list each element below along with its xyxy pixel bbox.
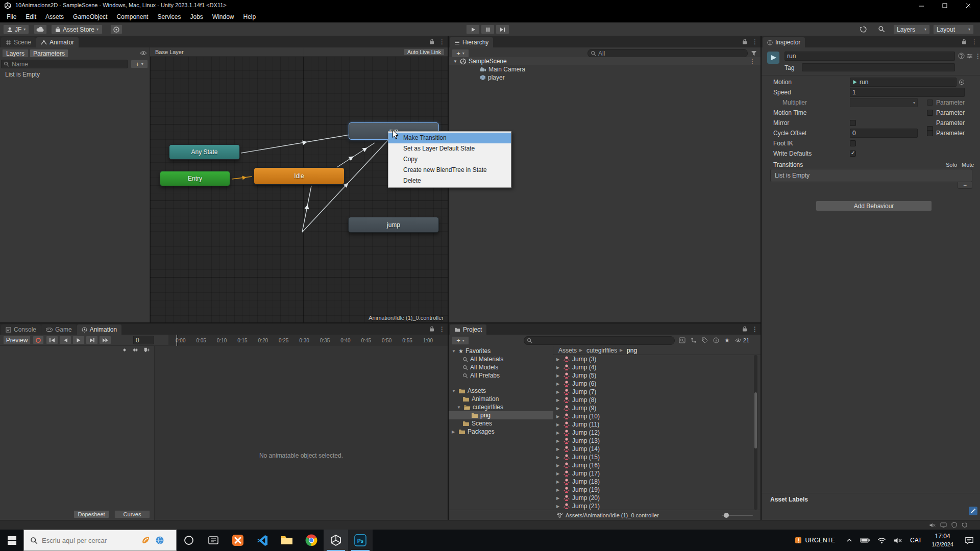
expander-icon[interactable]: ▶ <box>556 414 561 419</box>
tree-row-favorite-search[interactable]: All Models <box>449 363 553 371</box>
project-file-row[interactable]: ▶ Jump (18) <box>553 478 754 486</box>
tree-row-animation[interactable]: Animation <box>449 395 553 403</box>
multiplier-dropdown[interactable]: ▾ <box>850 98 918 107</box>
first-key-button[interactable] <box>46 336 58 344</box>
file-explorer-button[interactable] <box>275 530 299 551</box>
tree-row-png[interactable]: png <box>449 411 553 419</box>
project-search-input[interactable] <box>524 336 675 345</box>
context-menu-item[interactable]: Set as Layer Default State <box>388 143 511 154</box>
menu-item[interactable]: Window <box>208 13 239 20</box>
account-button[interactable]: JF▾ <box>3 24 29 34</box>
auto-live-link-button[interactable]: Auto Live Link <box>404 48 445 56</box>
tree-row-cutegirlfiles[interactable]: ▼cutegirlfiles <box>449 403 553 411</box>
project-file-row[interactable]: ▶ Jump (21) <box>553 502 754 510</box>
tab-game[interactable]: Game <box>41 324 77 335</box>
project-file-row[interactable]: ▶ Jump (4) <box>553 363 754 371</box>
project-file-row[interactable]: ▶ Jump (15) <box>553 453 754 461</box>
help-icon[interactable] <box>958 53 965 59</box>
last-key-button[interactable] <box>99 336 111 344</box>
status-shield-icon[interactable] <box>951 522 957 528</box>
expander-icon[interactable]: ▶ <box>556 439 561 443</box>
menu-item[interactable]: Help <box>239 13 261 20</box>
info-icon[interactable] <box>713 337 719 343</box>
orange-app-button[interactable] <box>226 530 250 551</box>
tab-animation[interactable]: Animation <box>77 324 121 335</box>
status-display-icon[interactable] <box>940 522 947 528</box>
expander-icon[interactable]: ▶ <box>556 480 561 484</box>
expander-icon[interactable]: ▶ <box>556 488 561 492</box>
open-search-window-icon[interactable] <box>679 337 685 343</box>
project-file-row[interactable]: ▶ Jump (8) <box>553 396 754 404</box>
object-picker-icon[interactable] <box>959 79 965 85</box>
urgente-toolbar[interactable]: URGENTE <box>788 530 842 551</box>
panel-menu-icon[interactable]: ⋮ <box>439 39 445 45</box>
breadcrumb-png[interactable]: png <box>627 347 637 354</box>
tree-row-favorite-search[interactable]: All Materials <box>449 355 553 363</box>
hidden-count-badge[interactable]: 21 <box>735 337 749 343</box>
remove-transition-button[interactable]: − <box>963 183 967 188</box>
expander-icon[interactable]: ▶ <box>556 496 561 500</box>
hierarchy-search-input[interactable] <box>587 49 748 58</box>
expander-icon[interactable]: ▶ <box>556 504 561 509</box>
lock-icon[interactable] <box>742 38 747 45</box>
panel-menu-icon[interactable]: ⋮ <box>752 326 758 332</box>
scene-options-icon[interactable]: ⋮ <box>749 58 755 64</box>
asset-store-button[interactable]: Asset Store▾ <box>51 24 103 34</box>
prev-key-button[interactable] <box>59 336 71 344</box>
expander-icon[interactable]: ▶ <box>556 406 561 411</box>
playhead[interactable] <box>177 335 177 346</box>
tab-project[interactable]: Project <box>450 324 486 335</box>
breadcrumb-assets[interactable]: Assets <box>558 347 577 354</box>
vscode-button[interactable] <box>250 530 275 551</box>
minimize-button[interactable] <box>910 0 933 11</box>
project-file-row[interactable]: ▶ Jump (11) <box>553 420 754 429</box>
breadcrumb[interactable]: Base Layer <box>155 49 184 55</box>
expander-icon[interactable]: ▼ <box>453 59 458 64</box>
pause-button[interactable] <box>481 24 495 34</box>
menu-item[interactable]: GameObject <box>68 13 112 20</box>
presets-icon[interactable] <box>967 53 973 59</box>
search-highlight-globe-icon[interactable] <box>155 536 164 545</box>
add-event-icon[interactable] <box>143 347 150 353</box>
tree-row-packages[interactable]: ▶Packages <box>449 428 553 436</box>
inspector-more-icon[interactable]: ⋮ <box>975 53 980 59</box>
project-file-row[interactable]: ▶ Jump (7) <box>553 388 754 396</box>
project-file-row[interactable]: ▶ Jump (20) <box>553 494 754 502</box>
project-scrollbar[interactable] <box>754 355 757 510</box>
search-highlight-icon[interactable] <box>141 535 151 545</box>
tray-show-hidden-button[interactable] <box>842 530 856 551</box>
add-behaviour-button[interactable]: Add Behaviour <box>816 201 932 211</box>
tag-icon[interactable] <box>702 337 708 343</box>
parameters-tab-button[interactable]: Parameters <box>30 49 68 58</box>
play-button[interactable] <box>466 24 480 34</box>
state-node-entry[interactable]: Entry <box>160 171 230 186</box>
expander-icon[interactable]: ▶ <box>556 390 561 394</box>
menu-item[interactable]: File <box>2 13 21 20</box>
add-key-icon[interactable] <box>132 347 139 353</box>
context-menu-item[interactable]: Delete <box>388 176 511 186</box>
status-refresh-icon[interactable] <box>962 522 968 528</box>
menu-item[interactable]: Services <box>153 13 185 20</box>
filter-icon[interactable] <box>751 51 757 56</box>
mirror-checkbox[interactable] <box>850 120 856 126</box>
state-node-jump[interactable]: jump <box>348 217 439 233</box>
tree-row-assets[interactable]: ▼Assets <box>449 387 553 395</box>
eye-icon[interactable] <box>140 51 147 56</box>
maximize-button[interactable] <box>933 0 957 11</box>
create-asset-button[interactable]: +▾ <box>452 336 469 345</box>
network-indicator[interactable] <box>874 530 890 551</box>
expander-icon[interactable]: ▶ <box>556 471 561 476</box>
breadcrumb-cutegirlfiles[interactable]: cutegirlfiles <box>586 347 617 354</box>
close-button[interactable] <box>957 0 980 11</box>
lock-icon[interactable] <box>962 38 967 45</box>
layers-tab-button[interactable]: Layers <box>2 49 29 58</box>
step-button[interactable] <box>496 24 509 34</box>
panel-menu-icon[interactable]: ⋮ <box>439 326 445 332</box>
expander-icon[interactable]: ▶ <box>556 422 561 427</box>
undo-history-button[interactable] <box>860 26 867 33</box>
tag-field[interactable] <box>802 63 955 71</box>
motion-field[interactable]: run <box>850 78 957 87</box>
speed-field[interactable]: 1 <box>850 88 965 97</box>
cortana-button[interactable] <box>177 530 201 551</box>
scrollbar-thumb[interactable] <box>754 392 757 448</box>
